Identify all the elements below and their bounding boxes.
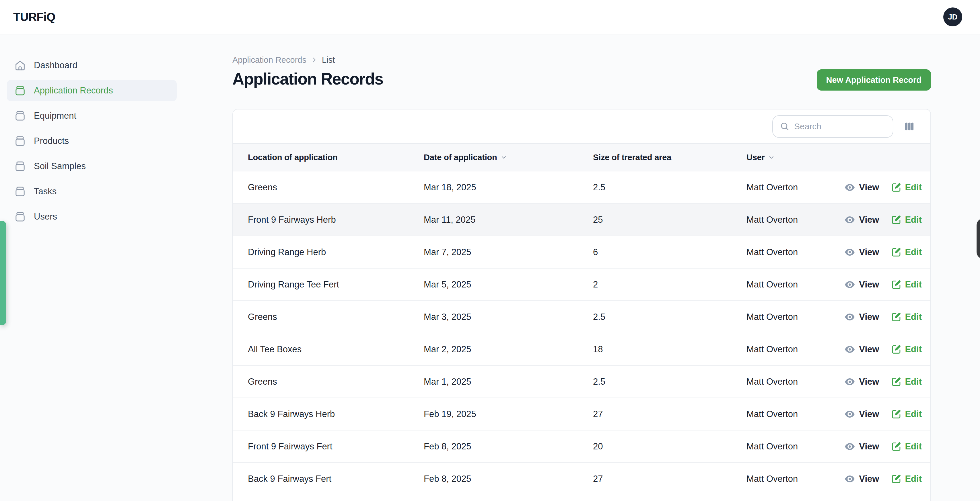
cell-size: 20 [593, 441, 746, 452]
sidebar-scroll-handle[interactable] [0, 221, 6, 325]
pencil-square-icon [891, 409, 901, 419]
cell-location: Front 9 Fairways Fert [248, 441, 424, 452]
sidebar-item-soil-samples[interactable]: Soil Samples [7, 155, 177, 177]
pencil-square-icon [891, 247, 901, 257]
cell-date: Mar 3, 2025 [424, 312, 593, 322]
sidebar: Dashboard Application Records Equipment … [0, 34, 184, 501]
sidebar-item-dashboard[interactable]: Dashboard [7, 55, 177, 76]
cell-location: Driving Range Tee Fert [248, 279, 424, 290]
user-avatar[interactable]: JD [943, 8, 962, 26]
cell-date: Mar 5, 2025 [424, 279, 593, 290]
cell-size: 2.5 [593, 312, 746, 322]
edit-button[interactable]: Edit [891, 474, 922, 484]
sidebar-item-label: Users [34, 211, 57, 222]
table-body: Greens Mar 18, 2025 2.5 Matt Overton Vie… [233, 171, 931, 495]
cell-location: Greens [248, 312, 424, 322]
column-header-user[interactable]: User [746, 153, 922, 162]
edit-button[interactable]: Edit [891, 215, 922, 225]
edit-button[interactable]: Edit [891, 377, 922, 387]
cell-location: Greens [248, 377, 424, 387]
breadcrumb-current[interactable]: List [322, 55, 335, 65]
edit-button[interactable]: Edit [891, 344, 922, 355]
cell-size: 2.5 [593, 182, 746, 193]
view-button[interactable]: View [844, 182, 879, 193]
edit-button[interactable]: Edit [891, 182, 922, 193]
edit-button[interactable]: Edit [891, 279, 922, 290]
breadcrumb-parent[interactable]: Application Records [232, 55, 306, 65]
edge-floating-button[interactable] [977, 219, 980, 259]
new-application-record-button[interactable]: New Application Record [817, 69, 931, 90]
app-logo: TURFiQ [13, 10, 56, 24]
cell-size: 27 [593, 409, 746, 419]
cell-user: Matt Overton [746, 377, 844, 387]
pencil-square-icon [891, 182, 901, 193]
view-button[interactable]: View [844, 441, 879, 452]
view-button[interactable]: View [844, 214, 879, 225]
records-table-card: Location of application Date of applicat… [232, 109, 931, 501]
table-row: Driving Range Herb Mar 7, 2025 6 Matt Ov… [233, 236, 931, 269]
eye-icon [844, 279, 856, 290]
cell-size: 6 [593, 247, 746, 257]
cell-date: Mar 7, 2025 [424, 247, 593, 257]
table-row: Greens Mar 1, 2025 2.5 Matt Overton View… [233, 366, 931, 398]
cell-location: Driving Range Herb [248, 247, 424, 257]
eye-icon [844, 214, 856, 225]
table-row: Back 9 Fairways Fert Feb 8, 2025 27 Matt… [233, 463, 931, 495]
cell-date: Mar 2, 2025 [424, 344, 593, 355]
search-input[interactable] [772, 115, 893, 138]
edit-button[interactable]: Edit [891, 441, 922, 452]
cell-date: Mar 1, 2025 [424, 377, 593, 387]
edit-button[interactable]: Edit [891, 312, 922, 322]
archive-box-icon [14, 185, 26, 198]
sidebar-item-products[interactable]: Products [7, 130, 177, 152]
sidebar-item-label: Dashboard [34, 60, 78, 70]
pencil-square-icon [891, 377, 901, 387]
cell-user: Matt Overton [746, 279, 844, 290]
sidebar-item-users[interactable]: Users [7, 206, 177, 227]
cell-location: Front 9 Fairways Herb [248, 215, 424, 225]
cell-user: Matt Overton [746, 312, 844, 322]
pencil-square-icon [891, 441, 901, 452]
pencil-square-icon [891, 312, 901, 322]
view-button[interactable]: View [844, 246, 879, 258]
pencil-square-icon [891, 344, 901, 355]
sidebar-item-label: Products [34, 136, 69, 146]
column-visibility-button[interactable] [903, 120, 915, 132]
sidebar-item-equipment[interactable]: Equipment [7, 105, 177, 127]
table-row: Front 9 Fairways Fert Feb 8, 2025 20 Mat… [233, 431, 931, 463]
cell-location: Greens [248, 182, 424, 193]
edit-button[interactable]: Edit [891, 247, 922, 257]
eye-icon [844, 246, 856, 258]
home-icon [14, 59, 26, 71]
eye-icon [844, 344, 856, 355]
table-row: Greens Mar 3, 2025 2.5 Matt Overton View… [233, 301, 931, 333]
columns-icon [903, 120, 915, 132]
sidebar-item-tasks[interactable]: Tasks [7, 181, 177, 202]
edit-button[interactable]: Edit [891, 409, 922, 419]
cell-user: Matt Overton [746, 247, 844, 257]
table-row: Front 9 Fairways Herb Mar 11, 2025 25 Ma… [233, 204, 931, 236]
column-header-date[interactable]: Date of application [424, 153, 593, 162]
cell-user: Matt Overton [746, 215, 844, 225]
eye-icon [844, 311, 856, 323]
search-box [772, 115, 893, 138]
cell-location: Back 9 Fairways Fert [248, 474, 424, 484]
view-button[interactable]: View [844, 473, 879, 485]
search-icon [780, 122, 789, 131]
table-header-row: Location of application Date of applicat… [233, 143, 931, 171]
view-button[interactable]: View [844, 344, 879, 355]
pencil-square-icon [891, 215, 901, 225]
archive-box-icon [14, 84, 26, 97]
archive-box-icon [14, 211, 26, 223]
view-button[interactable]: View [844, 311, 879, 323]
view-button[interactable]: View [844, 408, 879, 420]
sidebar-item-label: Application Records [34, 86, 113, 96]
sidebar-item-label: Tasks [34, 186, 57, 197]
eye-icon [844, 182, 856, 193]
view-button[interactable]: View [844, 376, 879, 387]
view-button[interactable]: View [844, 279, 879, 290]
cell-date: Feb 19, 2025 [424, 409, 593, 419]
cell-size: 18 [593, 344, 746, 355]
sidebar-item-application-records[interactable]: Application Records [7, 80, 177, 101]
cell-user: Matt Overton [746, 409, 844, 419]
